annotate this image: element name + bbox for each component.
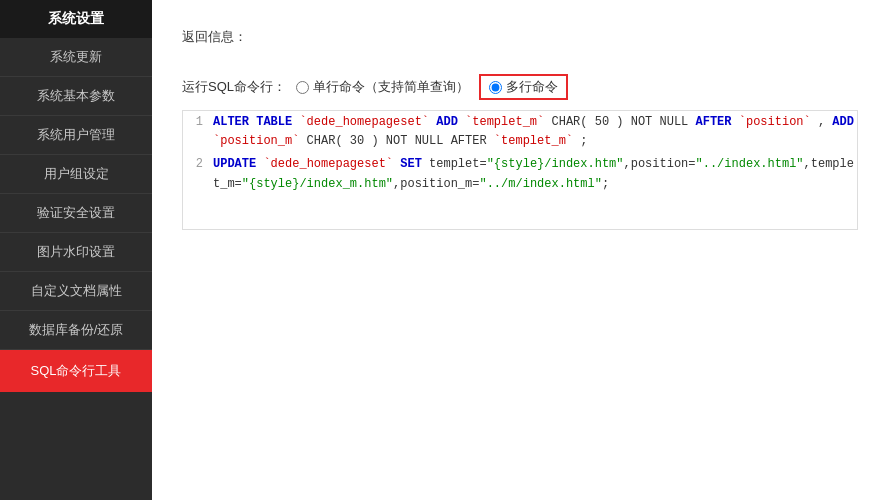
code-line-1: 1 ALTER TABLE `dede_homepageset` ADD `te… [183,111,857,153]
sidebar-item-custom-doc[interactable]: 自定义文档属性 [0,272,152,311]
sql-command-label: 运行SQL命令行： [182,78,286,96]
sidebar-item-sql-tool[interactable]: SQL命令行工具 [0,350,152,392]
line-content-2: UPDATE `dede_homepageset` SET templet="{… [213,155,857,193]
single-cmd-label: 单行命令（支持简单查询） [313,78,469,96]
sidebar-item-user-group[interactable]: 用户组设定 [0,155,152,194]
line-num-2: 2 [183,155,213,174]
return-info-label: 返回信息： [182,20,858,54]
sidebar-item-basic-params[interactable]: 系统基本参数 [0,77,152,116]
sidebar-item-auth-security[interactable]: 验证安全设置 [0,194,152,233]
sidebar-item-db-backup[interactable]: 数据库备份/还原 [0,311,152,350]
code-line-2: 2 UPDATE `dede_homepageset` SET templet=… [183,153,857,195]
sidebar-item-system-update[interactable]: 系统更新 [0,38,152,77]
single-cmd-radio[interactable] [296,81,309,94]
multi-cmd-label: 多行命令 [506,78,558,96]
sidebar: 系统设置 系统更新 系统基本参数 系统用户管理 用户组设定 验证安全设置 图片水… [0,0,152,500]
sidebar-item-user-mgmt[interactable]: 系统用户管理 [0,116,152,155]
code-editor: 1 ALTER TABLE `dede_homepageset` ADD `te… [182,110,858,230]
sidebar-title: 系统设置 [0,0,152,38]
main-content: 返回信息： 运行SQL命令行： 单行命令（支持简单查询） 多行命令 1 ALTE… [152,0,888,500]
sidebar-item-watermark[interactable]: 图片水印设置 [0,233,152,272]
single-cmd-option[interactable]: 单行命令（支持简单查询） [296,78,469,96]
multi-cmd-radio[interactable] [489,81,502,94]
multi-cmd-option[interactable]: 多行命令 [489,78,558,96]
line-num-1: 1 [183,113,213,132]
sql-command-bar: 运行SQL命令行： 单行命令（支持简单查询） 多行命令 [182,74,858,100]
multi-cmd-box: 多行命令 [479,74,568,100]
line-content-1: ALTER TABLE `dede_homepageset` ADD `temp… [213,113,857,151]
